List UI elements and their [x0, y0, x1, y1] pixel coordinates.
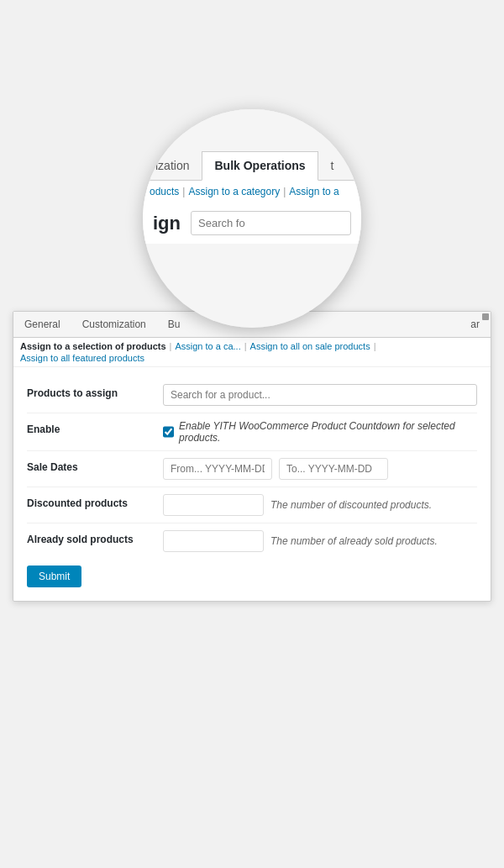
- control-enable: Enable YITH WooCommerce Product Countdow…: [163, 420, 477, 444]
- input-sale-date-from[interactable]: [163, 458, 272, 480]
- label-enable: Enable: [27, 420, 153, 435]
- control-products-to-assign: [163, 384, 477, 406]
- magnifier-heading-row: ign: [143, 203, 361, 244]
- panel-links-bar: Assign to a selection of products | Assi…: [13, 338, 491, 367]
- magnifier-tabs: ization Bulk Operations t: [143, 109, 361, 181]
- label-already-sold: Already sold products: [27, 530, 153, 545]
- mag-tab-bulk-operations[interactable]: Bulk Operations: [202, 151, 318, 181]
- mag-link-assign-a[interactable]: Assign to a: [289, 186, 339, 197]
- mag-tab-t[interactable]: t: [318, 151, 347, 180]
- panel-body: Products to assign Enable Enable YITH Wo…: [13, 367, 491, 601]
- magnifier-heading: ign: [153, 213, 181, 234]
- form-row-products: Products to assign: [27, 377, 477, 413]
- mag-link-assign-category[interactable]: Assign to a category: [188, 186, 280, 197]
- input-products-to-assign[interactable]: [163, 384, 477, 406]
- input-already-sold[interactable]: [163, 530, 264, 552]
- form-row-enable: Enable Enable YITH WooCommerce Product C…: [27, 413, 477, 451]
- mag-link-products[interactable]: oducts: [150, 186, 179, 197]
- submit-button[interactable]: Submit: [27, 566, 81, 587]
- input-discounted[interactable]: [163, 494, 264, 516]
- checkbox-area-enable: Enable YITH WooCommerce Product Countdow…: [163, 420, 477, 444]
- control-discounted: The number of discounted products.: [163, 494, 477, 516]
- hint-already-sold: The number of already sold products.: [270, 535, 438, 547]
- control-already-sold: The number of already sold products.: [163, 530, 477, 552]
- magnifier-search-input[interactable]: [191, 211, 351, 235]
- panel-link-assign-featured[interactable]: Assign to all featured products: [20, 353, 144, 363]
- panel-link-assign-sale[interactable]: Assign to all on sale products: [250, 341, 370, 351]
- magnifier-links: oducts | Assign to a category | Assign t…: [143, 181, 361, 203]
- input-sale-date-to[interactable]: [279, 458, 388, 480]
- panel-link-assign-category[interactable]: Assign to a ca...: [175, 341, 240, 351]
- panel-link-assign-selection[interactable]: Assign to a selection of products: [20, 341, 166, 351]
- checkbox-enable-label: Enable YITH WooCommerce Product Countdow…: [179, 420, 477, 444]
- form-row-discounted: Discounted products The number of discou…: [27, 487, 477, 523]
- label-sale-dates: Sale Dates: [27, 458, 153, 473]
- panel-corner: [482, 313, 489, 320]
- form-row-sale-dates: Sale Dates: [27, 451, 477, 487]
- control-sale-dates: [163, 458, 477, 480]
- mag-tab-customization[interactable]: ization: [143, 151, 202, 180]
- label-discounted: Discounted products: [27, 494, 153, 509]
- panel-tab-general[interactable]: General: [13, 312, 71, 337]
- form-row-already-sold: Already sold products The number of alre…: [27, 523, 477, 559]
- label-products-to-assign: Products to assign: [27, 384, 153, 399]
- checkbox-enable[interactable]: [163, 426, 174, 438]
- magnifier-circle: ization Bulk Operations t oducts | Assig…: [143, 109, 361, 328]
- hint-discounted: The number of discounted products.: [270, 499, 432, 511]
- main-panel: General Customization Bu ar Assign to a …: [13, 311, 491, 602]
